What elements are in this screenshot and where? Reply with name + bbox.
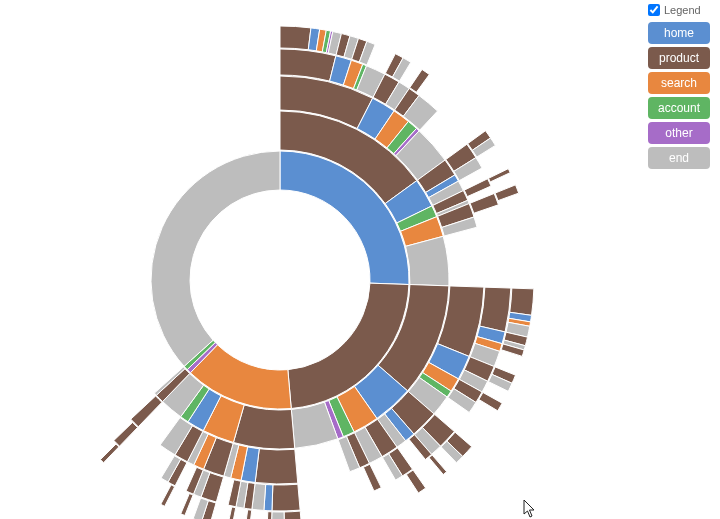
sunburst-arc-end[interactable] [271,512,284,519]
sunburst-arc-product[interactable] [181,494,193,516]
sunburst-arc-product[interactable] [280,26,311,50]
legend-toggle[interactable]: Legend [648,4,710,16]
sunburst-arc-product[interactable] [489,169,511,182]
sunburst-arc-product[interactable] [464,179,491,197]
sunburst-arc-product[interactable] [429,455,447,474]
legend-item-label: product [659,51,699,65]
legend-item-label: end [669,151,689,165]
sunburst-arc-product[interactable] [272,484,300,511]
sunburst-arc-product[interactable] [100,444,118,463]
legend-title: Legend [664,4,701,16]
sunburst-arc-product[interactable] [470,193,498,213]
sunburst-arc-product[interactable] [363,464,381,491]
legend-item-label: other [665,126,692,140]
sunburst-arc-product[interactable] [480,287,511,332]
sunburst-arc-product[interactable] [131,396,162,427]
sunburst-arc-product[interactable] [410,69,430,92]
legend-item-account[interactable]: account [648,97,710,119]
legend-item-label: search [661,76,697,90]
sunburst-arc-product[interactable] [510,288,534,315]
legend-item-home[interactable]: home [648,22,710,44]
sunburst-arc-product[interactable] [114,422,138,446]
legend-item-end[interactable]: end [648,147,710,169]
legend-item-label: account [658,101,700,115]
legend-item-label: home [664,26,694,40]
sunburst-arc-product[interactable] [161,485,175,506]
sunburst-arc-product[interactable] [267,512,272,519]
sunburst-arc-product[interactable] [245,510,252,519]
legend-item-other[interactable]: other [648,122,710,144]
legend-item-product[interactable]: product [648,47,710,69]
sunburst-arc-product[interactable] [479,392,502,410]
legend-panel: Legend homeproductsearchaccountotherend [648,4,710,172]
legend-item-search[interactable]: search [648,72,710,94]
sunburst-chart[interactable] [0,0,560,519]
sunburst-arc-product[interactable] [284,511,302,519]
legend-checkbox[interactable] [648,4,660,16]
sunburst-arc-product[interactable] [227,507,236,519]
sunburst-arc-product[interactable] [406,470,425,493]
sunburst-arc-product[interactable] [255,449,298,484]
sunburst-arc-end[interactable] [151,151,280,366]
sunburst-arc-product[interactable] [495,185,519,201]
